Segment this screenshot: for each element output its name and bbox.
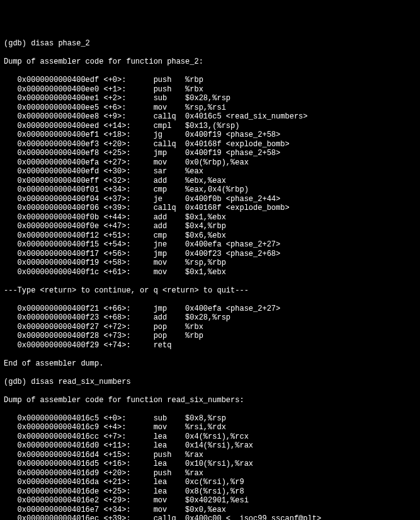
asm-line: 0x0000000000400f29 <+74>: retq — [4, 341, 416, 350]
asm-line: 0x00000000004016c9 <+4>: mov %rsi,%rdx — [4, 423, 416, 432]
asm-line: 0x0000000000400ef1 <+18>: jg 0x400f19 <p… — [4, 130, 416, 140]
asm-line: 0x00000000004016de <+25>: lea 0x8(%rsi),… — [4, 487, 416, 497]
asm-line: 0x00000000004016cc <+7>: lea 0x4(%rsi),%… — [4, 432, 416, 442]
asm-line: 0x0000000000400edf <+0>: push %rbp — [4, 76, 416, 85]
pager-prompt[interactable]: ---Type <return> to continue, or q <retu… — [4, 286, 416, 296]
asm-line: 0x0000000000400f0e <+47>: add $0x4,%rbp — [4, 222, 416, 231]
asm-line: 0x0000000000400efa <+27>: mov 0x0(%rbp),… — [4, 158, 416, 168]
asm-line: 0x0000000000400f12 <+51>: cmp $0x6,%ebx — [4, 231, 416, 241]
asm-line: 0x0000000000400ee5 <+6>: mov %rsp,%rsi — [4, 103, 416, 113]
asm-line: 0x00000000004016e2 <+29>: mov $0x402901,… — [4, 496, 416, 506]
asm-line: 0x0000000000400f06 <+39>: callq 0x40168f… — [4, 204, 416, 213]
asm-line: 0x00000000004016d0 <+11>: lea 0x14(%rsi)… — [4, 441, 416, 451]
asm-line: 0x0000000000400ef3 <+20>: callq 0x40168f… — [4, 140, 416, 149]
asm-line: 0x0000000000400ee0 <+1>: push %rbx — [4, 85, 416, 95]
asm-line: 0x00000000004016d9 <+20>: push %rax — [4, 469, 416, 478]
asm-line: 0x00000000004016ec <+39>: callq 0x400c00… — [4, 514, 416, 520]
asm-line: 0x0000000000400f27 <+72>: pop %rbx — [4, 323, 416, 332]
asm-line: 0x0000000000400efd <+30>: sar %eax — [4, 167, 416, 176]
asm-listing-rsn: 0x00000000004016c5 <+0>: sub $0x8,%rsp 0… — [4, 414, 416, 521]
dump-header-rsn: Dump of assembler code for function read… — [4, 396, 416, 405]
asm-line: 0x0000000000400eff <+32>: add %ebx,%eax — [4, 176, 416, 186]
asm-listing-phase2-cont: 0x0000000000400f21 <+66>: jmp 0x400efa <… — [4, 304, 416, 350]
asm-line: 0x00000000004016c5 <+0>: sub $0x8,%rsp — [4, 414, 416, 424]
asm-line: 0x0000000000400ef8 <+25>: jmp 0x400f19 <… — [4, 149, 416, 158]
gdb-prompt-rsn: (gdb) disas read_six_numbers — [4, 378, 416, 387]
dump-footer-phase2: End of assembler dump. — [4, 359, 416, 369]
asm-line: 0x0000000000400f15 <+54>: jne 0x400efa <… — [4, 240, 416, 250]
asm-line: 0x0000000000400f19 <+58>: mov %rsp,%rbp — [4, 258, 416, 268]
asm-line: 0x00000000004016da <+21>: lea 0xc(%rsi),… — [4, 478, 416, 487]
asm-line: 0x0000000000400f0b <+44>: add $0x1,%ebx — [4, 213, 416, 222]
asm-line: 0x0000000000400ee8 <+9>: callq 0x4016c5 … — [4, 112, 416, 122]
asm-line: 0x0000000000400eed <+14>: cmpl $0x13,(%r… — [4, 122, 416, 131]
asm-listing-phase2: 0x0000000000400edf <+0>: push %rbp 0x000… — [4, 76, 416, 277]
asm-line: 0x00000000004016d5 <+16>: lea 0x10(%rsi)… — [4, 459, 416, 469]
asm-line: 0x0000000000400f23 <+68>: add $0x28,%rsp — [4, 313, 416, 323]
dump-header-phase2: Dump of assembler code for function phas… — [4, 57, 416, 67]
asm-line: 0x00000000004016d4 <+15>: push %rax — [4, 451, 416, 460]
asm-line: 0x0000000000400f17 <+56>: jmp 0x400f23 <… — [4, 250, 416, 259]
asm-line: 0x0000000000400f28 <+73>: pop %rbp — [4, 332, 416, 341]
asm-line: 0x0000000000400f01 <+34>: cmp %eax,0x4(%… — [4, 185, 416, 195]
asm-line: 0x00000000004016e7 <+34>: mov $0x0,%eax — [4, 506, 416, 515]
asm-line: 0x0000000000400f04 <+37>: je 0x400f0b <p… — [4, 195, 416, 204]
gdb-prompt-prev: (gdb) disas phase_2 — [4, 39, 416, 49]
asm-line: 0x0000000000400f21 <+66>: jmp 0x400efa <… — [4, 304, 416, 314]
asm-line: 0x0000000000400ee1 <+2>: sub $0x28,%rsp — [4, 94, 416, 103]
asm-line: 0x0000000000400f1c <+61>: mov $0x1,%ebx — [4, 268, 416, 277]
